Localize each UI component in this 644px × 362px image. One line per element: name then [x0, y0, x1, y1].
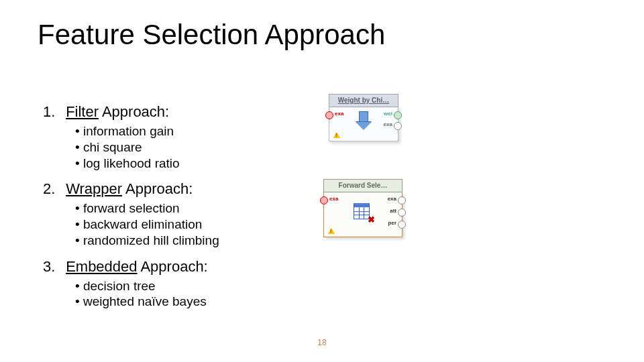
x-icon: ✖: [368, 215, 375, 225]
port-label-per: per: [388, 220, 396, 226]
approach-3-rest: Approach:: [138, 258, 208, 275]
approach-3-underlined: Embedded: [66, 258, 137, 275]
port-label-exa: exa: [335, 111, 343, 117]
port-icon: [325, 111, 333, 119]
list-item: chi square: [75, 139, 392, 156]
port-icon: [394, 122, 402, 130]
operator-1-body: exa wei exa: [329, 107, 398, 141]
warning-icon: [328, 228, 335, 234]
approach-2-underlined: Wrapper: [66, 180, 122, 197]
arrow-down-icon: [356, 111, 372, 130]
operator-2-body: exa exa att per ✖: [323, 192, 402, 237]
list-item: log likehood ratio: [75, 156, 392, 172]
operator-2-title: Forward Sele…: [323, 179, 402, 192]
approach-2-rest: Approach:: [122, 180, 193, 197]
list-item: weighted naïve bayes: [75, 294, 392, 310]
list-item: decision tree: [75, 278, 392, 294]
port-icon: [394, 111, 402, 119]
slide: Feature Selection Approach 1. Filter App…: [0, 0, 644, 362]
port-icon: [398, 208, 406, 217]
slide-title: Feature Selection Approach: [38, 19, 385, 51]
port-label-wei: wei: [384, 111, 392, 117]
port-label-exa-out: exa: [388, 196, 396, 202]
page-number: 18: [317, 338, 326, 347]
approach-3-number: 3.: [43, 258, 62, 276]
port-label-att: att: [390, 208, 396, 214]
approach-2-number: 2.: [43, 180, 62, 198]
approach-3-list: decision tree weighted naïve bayes: [75, 278, 392, 310]
operator-1-title: Weight by Chi…: [329, 94, 398, 107]
port-label-exa-out: exa: [384, 121, 392, 127]
port-icon: [398, 221, 406, 229]
approach-1-rest: Approach:: [99, 103, 169, 120]
port-icon: [320, 196, 328, 204]
approach-1-underlined: Filter: [66, 103, 99, 120]
table-x-icon: ✖: [354, 203, 372, 222]
operator-weight-by-chi: Weight by Chi… exa wei exa: [329, 94, 398, 141]
approach-3-heading: 3. Embedded Approach:: [43, 258, 392, 276]
warning-icon: [333, 132, 340, 138]
operator-forward-selection: Forward Sele… exa exa att per ✖: [323, 179, 402, 237]
port-icon: [398, 196, 406, 204]
approach-1-number: 1.: [43, 103, 62, 121]
port-label-exa: exa: [329, 196, 338, 202]
